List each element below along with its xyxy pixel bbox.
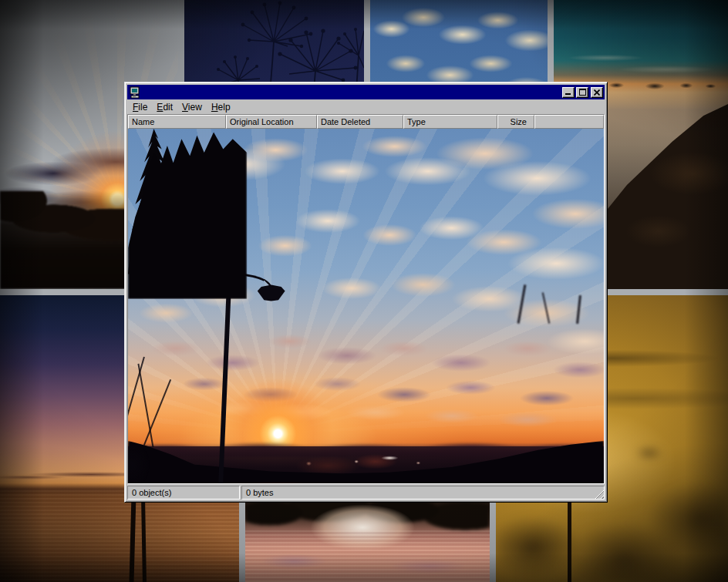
- column-header-size[interactable]: Size: [497, 115, 534, 129]
- column-header-date-deleted[interactable]: Date Deleted: [317, 115, 403, 129]
- column-header-filler[interactable]: [534, 115, 604, 129]
- file-list-view: Name Original Location Date Deleted Type…: [127, 114, 605, 484]
- computer-icon[interactable]: [129, 86, 141, 99]
- column-header-original-location[interactable]: Original Location: [226, 115, 317, 129]
- column-header-type[interactable]: Type: [403, 115, 497, 129]
- minimize-button[interactable]: [562, 87, 575, 98]
- desktop: File Edit View Help Name Original Locati…: [0, 0, 728, 582]
- title-bar[interactable]: [127, 85, 605, 99]
- close-button[interactable]: [591, 87, 603, 98]
- close-icon: [594, 89, 600, 96]
- list-viewport-sunset-photo[interactable]: [128, 129, 604, 483]
- reflection-ripples: [245, 530, 490, 582]
- menu-help[interactable]: Help: [207, 100, 235, 114]
- menu-bar: File Edit View Help: [127, 99, 605, 114]
- maximize-button[interactable]: [576, 87, 588, 98]
- menu-view[interactable]: View: [177, 100, 207, 114]
- menu-edit[interactable]: Edit: [152, 100, 177, 114]
- recycle-bin-window: File Edit View Help Name Original Locati…: [124, 82, 608, 503]
- column-headers: Name Original Location Date Deleted Type…: [128, 115, 604, 129]
- status-bar: 0 object(s) 0 bytes: [127, 486, 605, 500]
- lagoon-water-ripples: [0, 490, 239, 582]
- maximize-icon: [579, 89, 586, 96]
- column-header-name[interactable]: Name: [128, 115, 226, 129]
- status-object-count: 0 object(s): [127, 486, 240, 500]
- photo-left-branches: [128, 391, 150, 483]
- minimize-icon: [565, 93, 571, 95]
- status-byte-count: 0 bytes: [241, 486, 605, 500]
- menu-file[interactable]: File: [128, 100, 152, 114]
